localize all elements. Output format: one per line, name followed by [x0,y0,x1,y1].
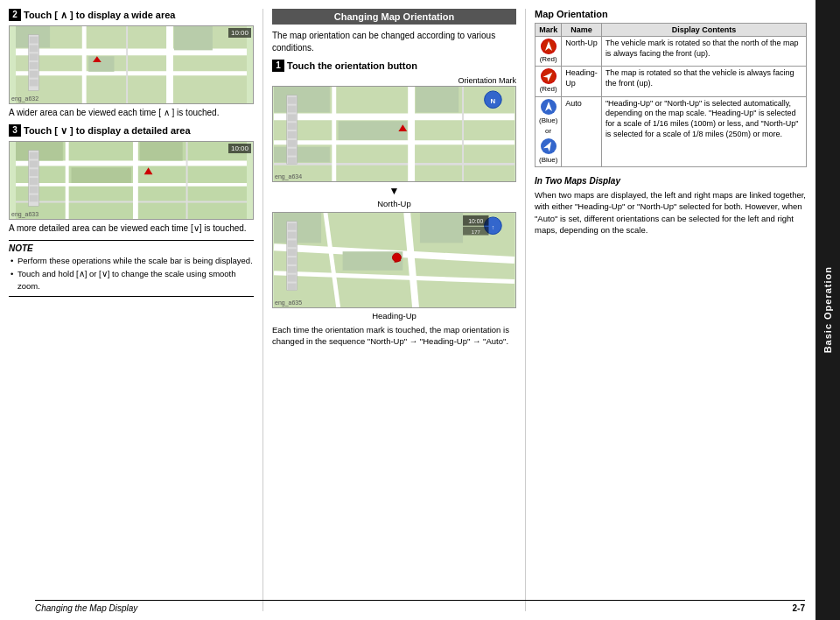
svg-rect-11 [30,37,38,44]
caption2: A more detailed area can be viewed each … [9,222,254,235]
left-column: 2 Touch [ ∧ ] to display a wide area [9,9,262,611]
map2-id: eng_a633 [11,211,38,217]
svg-text:N: N [491,97,496,105]
svg-rect-52 [288,114,297,121]
svg-rect-51 [288,106,297,113]
svg-rect-65 [420,213,463,243]
mid-step1-heading: 1 Touch the orientation button [272,60,516,72]
sidebar-label: Basic Operation [822,266,833,353]
table-row: (Red) North-Up The vehicle mark is rotat… [536,37,807,67]
page-wrapper: 2 Touch [ ∧ ] to display a wide area [0,0,840,620]
svg-rect-56 [288,149,297,156]
table-header-mark: Mark [536,24,562,37]
svg-rect-74 [288,249,297,256]
svg-rect-32 [30,178,38,185]
svg-rect-53 [288,123,297,130]
mark-label-1: (Red) [540,55,557,64]
direction-arrow: ▼ [272,185,516,197]
map-image-1: 10:00 eng_a632 [9,25,254,104]
heading-up-map: ↑ 10:00 177 [272,212,516,308]
svg-rect-13 [30,53,38,60]
svg-rect-78 [288,284,297,291]
name-cell-2: Heading-Up [562,67,602,96]
svg-rect-71 [288,223,297,230]
svg-rect-44 [416,87,458,112]
step3-heading: 3 Touch [ ∨ ] to display a detailed area [9,124,254,137]
svg-rect-73 [288,240,297,247]
svg-rect-34 [30,195,38,202]
orientation-mark-label: Orientation Mark [272,76,516,85]
map1-timestamp: 10:00 [228,28,251,38]
step2-label: 2 [9,9,21,21]
mid-step1-text: Touch the orientation button [287,60,417,71]
orient-intro: The map orientation can be changed accor… [272,30,516,54]
svg-rect-63 [274,213,321,243]
svg-rect-42 [274,87,330,112]
svg-rect-8 [174,26,213,50]
content-cell-2: The map is rotated so that the vehicle i… [601,67,806,96]
svg-rect-30 [30,161,38,168]
svg-rect-25 [72,167,131,183]
content-cell-1: The vehicle mark is rotated so that the … [601,37,806,67]
map1-id: eng_a632 [11,95,38,102]
note-item-1: Perform these operations while the scale… [9,255,254,266]
mark-cell-2: (Red) [536,67,562,96]
svg-rect-43 [339,121,408,140]
mid-column: Changing Map Orientation The map orienta… [262,9,525,611]
sidebar: Basic Operation [816,0,840,620]
mark-blue2-label: (Blue) [539,156,557,165]
svg-rect-12 [30,46,38,53]
svg-rect-7 [88,56,114,72]
orient-header: Changing Map Orientation [272,9,516,25]
svg-rect-16 [30,80,38,87]
map2-timestamp: 10:00 [228,144,251,153]
content-cell-3: "Heading-Up" or "North-Up" is selected a… [601,96,806,166]
mark-cell-1: (Red) [536,37,562,67]
in-two-maps-text: When two maps are displayed, the left an… [535,189,807,236]
in-two-maps-title: In Two Maps Display [535,176,807,186]
svg-rect-26 [140,142,183,161]
page-footer: Changing the Map Display 2-7 [35,600,805,613]
step2-text: Touch [ ∧ ] to display a wide area [24,10,175,21]
map-image-2: 10:00 eng_a633 [9,141,254,220]
mark-cell-3: (Blue) or (Blue) [536,96,562,166]
svg-rect-24 [16,142,63,161]
svg-rect-33 [30,187,38,194]
step3-label: 3 [9,124,21,137]
mark-label-or: or [545,127,551,136]
table-header-name: Name [562,24,602,37]
map-orientation-title: Map Orientation [535,9,807,19]
caption1: A wider area can be viewed each time [ ∧… [9,107,254,119]
mid-map1-id: eng_a634 [275,173,302,180]
svg-rect-29 [30,152,38,159]
step2-heading: 2 Touch [ ∧ ] to display a wide area [9,9,254,21]
name-cell-1: North-Up [562,37,602,67]
svg-text:↑: ↑ [492,224,494,230]
mark-icon-blue-2 [541,138,556,154]
table-row: (Red) Heading-Up The map is rotated so t… [536,67,807,96]
svg-rect-45 [274,147,330,163]
mid-step1-label: 1 [272,60,284,72]
page-number: 2-7 [793,603,805,613]
svg-rect-15 [30,71,38,78]
note-title: NOTE [9,243,254,253]
svg-rect-76 [288,266,297,273]
table-header-contents: Display Contents [601,24,806,37]
in-two-maps-section: In Two Maps Display When two maps are di… [535,176,807,236]
mid-map2-id: eng_a635 [275,299,302,306]
svg-rect-50 [288,97,297,104]
heading-up-caption: Heading-Up [272,311,516,321]
footer-left: Changing the Map Display [35,603,137,613]
svg-rect-55 [288,140,297,147]
svg-rect-77 [288,275,297,282]
north-up-caption: North-Up [272,199,516,208]
orientation-table: Mark Name Display Contents ( [535,23,807,167]
mark-blue-label-or: (Blue) [539,116,557,125]
svg-text:177: 177 [472,229,480,235]
mark-icon-red-2 [541,68,556,84]
north-up-map: N eng_a634 [272,86,516,182]
table-row: (Blue) or (Blue) Auto "Heading-Up" or "N… [536,96,807,166]
svg-rect-57 [288,158,297,165]
right-column: Map Orientation Mark Name Display Conten… [525,9,816,611]
mark-icon-red-1 [541,39,556,54]
